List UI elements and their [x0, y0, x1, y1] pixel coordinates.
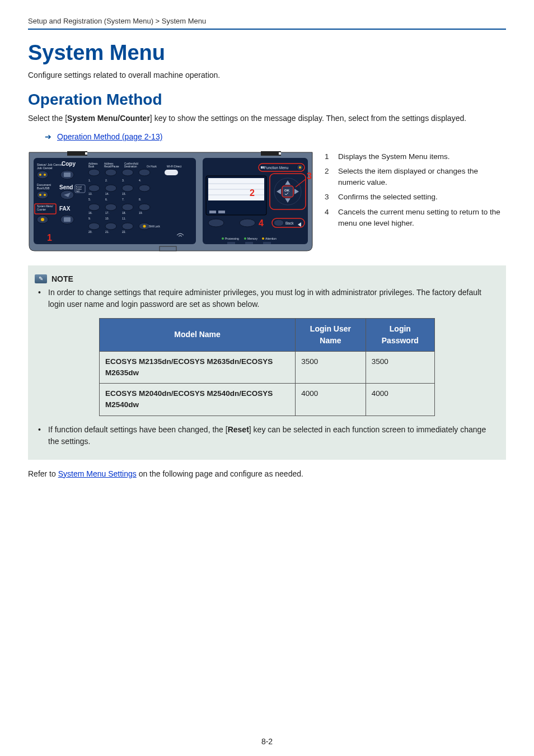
legend-text: Selects the item displayed or changes th…: [338, 166, 506, 189]
svg-point-10: [44, 174, 46, 176]
th-model: Model Name: [100, 318, 296, 351]
svg-text:Back: Back: [285, 221, 294, 225]
svg-text:9.: 9.: [88, 217, 91, 220]
note-box: ✎ NOTE • In order to change settings tha…: [28, 265, 506, 460]
svg-point-13: [37, 191, 48, 199]
bullet-icon: •: [38, 287, 44, 310]
legend-num: 3: [325, 192, 332, 203]
svg-text:21.: 21.: [105, 230, 109, 234]
svg-point-9: [39, 174, 41, 176]
svg-text:Send: Send: [59, 184, 73, 190]
svg-rect-96: [218, 211, 225, 213]
svg-text:5.: 5.: [88, 198, 91, 201]
xref-link-settings[interactable]: System Menu Settings: [58, 469, 137, 478]
svg-point-50: [88, 204, 100, 211]
svg-rect-1: [85, 152, 87, 155]
svg-text:FAX: FAX: [59, 206, 71, 212]
th-user: Login User Name: [296, 318, 366, 351]
note-title: NOTE: [51, 274, 73, 283]
svg-text:4: 4: [259, 218, 264, 228]
svg-rect-32: [64, 217, 71, 222]
svg-point-54: [88, 223, 100, 230]
svg-text:19.: 19.: [139, 211, 143, 214]
svg-rect-3: [279, 152, 281, 155]
svg-text:Shift Lock: Shift Lock: [149, 225, 161, 228]
svg-text:18.: 18.: [122, 211, 126, 214]
legend-item: 4 Cancels the current menu setting to re…: [325, 207, 506, 230]
svg-text:1: 1: [47, 233, 52, 242]
svg-point-53: [139, 204, 150, 211]
table-row: ECOSYS M2135dn/ECOSYS M2635dn/ECOSYS M26…: [100, 351, 435, 384]
svg-point-113: [244, 237, 246, 240]
svg-text:Destination: Destination: [124, 165, 137, 168]
svg-rect-23: [64, 172, 71, 177]
svg-text:2.: 2.: [105, 179, 107, 182]
svg-point-20: [41, 218, 44, 221]
svg-point-86: [299, 166, 301, 169]
svg-text:Job Cancel: Job Cancel: [37, 166, 53, 170]
svg-text:8.: 8.: [139, 198, 141, 201]
svg-text:16.: 16.: [88, 211, 92, 214]
cell-pass: 4000: [366, 384, 434, 416]
svg-text:3: 3: [307, 171, 312, 181]
svg-text:22.: 22.: [122, 230, 126, 234]
legend-item: 3 Confirms the selected setting.: [325, 192, 506, 203]
cell-model: ECOSYS M2135dn/ECOSYS M2635dn/ECOSYS M26…: [100, 351, 296, 384]
cell-pass: 3500: [366, 351, 434, 384]
breadcrumb: Setup and Registration (System Menu) > S…: [28, 17, 506, 29]
svg-text:Box/USB: Box/USB: [37, 186, 50, 190]
legend-item: 1 Displays the System Menu items.: [325, 151, 506, 162]
svg-rect-2: [261, 151, 281, 156]
svg-point-56: [122, 223, 133, 230]
svg-text:Processing: Processing: [225, 237, 239, 240]
page-title: System Menu: [28, 41, 506, 65]
closing-text: Refer to System Menu Settings on the fol…: [28, 469, 506, 480]
legend-item: 2 Selects the item displayed or changes …: [325, 166, 506, 189]
arrow-icon: ➔: [45, 132, 51, 141]
svg-text:Memory: Memory: [247, 237, 258, 240]
svg-text:2: 2: [250, 188, 255, 198]
svg-point-42: [105, 169, 116, 176]
svg-point-79: [143, 225, 146, 227]
svg-text:15.: 15.: [122, 192, 126, 195]
svg-text:FAX: FAX: [76, 190, 80, 193]
legend-text: Cancels the current menu setting to retu…: [338, 207, 506, 230]
divider: [28, 29, 506, 30]
svg-point-48: [122, 185, 133, 192]
svg-text:1.: 1.: [88, 179, 91, 182]
intro-text: Configure settings related to overall ma…: [28, 71, 506, 80]
svg-text:3.: 3.: [122, 179, 124, 182]
legend-num: 2: [325, 166, 332, 189]
svg-point-47: [105, 185, 116, 192]
svg-rect-115: [227, 242, 235, 244]
note-item: In order to change settings that require…: [48, 287, 496, 310]
table-row: ECOSYS M2040dn/ECOSYS M2540dn/ECOSYS M25…: [100, 384, 435, 416]
svg-text:Counter: Counter: [37, 208, 46, 211]
svg-point-104: [274, 220, 284, 226]
svg-text:4.: 4.: [139, 179, 141, 182]
svg-point-107: [240, 219, 255, 227]
svg-rect-45: [165, 170, 178, 175]
body-pre: Select the [: [28, 114, 67, 123]
cell-model: ECOSYS M2040dn/ECOSYS M2540dn/ECOSYS M25…: [100, 384, 296, 416]
svg-point-49: [139, 185, 150, 192]
svg-point-51: [105, 204, 116, 211]
svg-point-44: [139, 169, 150, 176]
note-icon: ✎: [35, 274, 47, 283]
svg-rect-116: [245, 242, 253, 244]
svg-rect-95: [209, 211, 216, 213]
svg-text:System Menu/: System Menu/: [37, 205, 54, 208]
body-bold: System Menu/Counter: [67, 114, 150, 123]
svg-point-52: [122, 204, 133, 211]
svg-text:Function Menu: Function Menu: [264, 166, 288, 170]
svg-text:OK: OK: [284, 189, 290, 192]
svg-text:Copy: Copy: [62, 161, 76, 167]
body-post: ] key to show the settings on the messag…: [150, 114, 466, 123]
svg-point-8: [37, 171, 48, 179]
legend-text: Displays the System Menu items.: [338, 151, 506, 162]
svg-text:Book: Book: [88, 165, 95, 168]
credentials-table: Model Name Login User Name Login Passwor…: [99, 318, 435, 416]
svg-point-112: [222, 237, 224, 240]
xref-link[interactable]: Operation Method (page 2-13): [57, 132, 162, 141]
svg-text:Attention: Attention: [265, 237, 277, 240]
